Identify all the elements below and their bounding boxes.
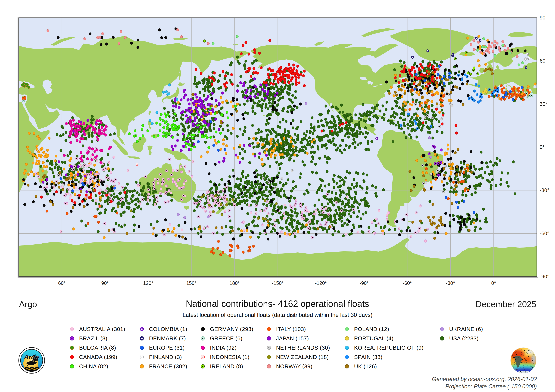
float-dot bbox=[136, 192, 139, 194]
float-dot bbox=[487, 165, 489, 168]
float-dot-center bbox=[426, 182, 426, 183]
float-dot-center bbox=[368, 231, 369, 232]
float-dot bbox=[434, 87, 437, 90]
float-dot bbox=[211, 192, 213, 194]
float-dot-center bbox=[185, 180, 186, 181]
float-dot bbox=[80, 169, 83, 172]
float-dot bbox=[147, 183, 150, 185]
float-dot bbox=[105, 125, 107, 127]
float-dot bbox=[61, 125, 63, 128]
float-dot bbox=[381, 116, 384, 119]
float-dot bbox=[339, 111, 341, 114]
float-dot-center bbox=[274, 220, 275, 221]
float-dot bbox=[279, 153, 281, 156]
float-dot bbox=[344, 135, 346, 137]
float-dot bbox=[186, 137, 189, 140]
float-dot bbox=[162, 119, 165, 122]
float-dot bbox=[366, 148, 369, 151]
svg-text:0°: 0° bbox=[540, 144, 545, 150]
float-dot bbox=[266, 204, 268, 207]
float-dot bbox=[204, 141, 207, 144]
float-dot bbox=[87, 125, 89, 128]
float-dot bbox=[254, 155, 256, 157]
float-dot bbox=[282, 133, 285, 136]
float-dot bbox=[92, 169, 95, 172]
float-dot bbox=[296, 212, 299, 215]
legend-item-col: COLOMBIA (1) bbox=[139, 325, 187, 333]
float-dot bbox=[425, 171, 428, 174]
float-dot bbox=[494, 54, 496, 57]
float-dot-center bbox=[219, 205, 219, 206]
float-dot bbox=[348, 171, 351, 174]
float-dot bbox=[215, 142, 218, 145]
float-dot bbox=[240, 75, 242, 78]
float-dot bbox=[246, 100, 248, 102]
float-dot bbox=[371, 140, 373, 143]
float-dot bbox=[423, 174, 425, 177]
float-dot bbox=[345, 144, 347, 147]
float-dot bbox=[291, 219, 293, 222]
float-dot bbox=[347, 136, 350, 138]
float-dot bbox=[275, 131, 277, 134]
float-dot bbox=[189, 116, 191, 119]
float-dot bbox=[322, 228, 324, 231]
float-dot bbox=[448, 76, 451, 78]
float-dot-center bbox=[305, 210, 306, 211]
float-dot bbox=[463, 160, 466, 163]
float-dot bbox=[439, 219, 442, 222]
float-dot-center bbox=[89, 165, 89, 166]
float-dot bbox=[142, 135, 144, 137]
float-dot bbox=[303, 132, 305, 135]
float-dot bbox=[303, 193, 306, 196]
float-dot bbox=[481, 167, 483, 170]
float-dot bbox=[150, 223, 152, 226]
float-dot bbox=[335, 221, 337, 224]
float-dot bbox=[118, 224, 120, 227]
float-dot bbox=[292, 119, 294, 122]
float-dot bbox=[407, 226, 409, 229]
float-dot bbox=[141, 128, 143, 131]
float-dot bbox=[507, 172, 509, 174]
float-dot bbox=[115, 222, 117, 225]
float-dot bbox=[438, 83, 441, 86]
float-dot bbox=[171, 100, 173, 102]
float-marker-icon bbox=[345, 364, 349, 369]
float-dot-center bbox=[395, 221, 396, 222]
float-dot bbox=[276, 140, 279, 143]
float-dot bbox=[499, 159, 501, 162]
float-dot bbox=[156, 220, 159, 223]
float-dot bbox=[210, 187, 213, 190]
float-dot bbox=[248, 161, 251, 164]
float-dot bbox=[102, 184, 104, 186]
float-dot bbox=[218, 183, 220, 186]
float-dot bbox=[89, 124, 92, 127]
float-dot bbox=[427, 71, 429, 73]
float-dot bbox=[132, 215, 135, 218]
float-dot bbox=[239, 128, 241, 131]
float-dot bbox=[261, 98, 263, 101]
float-dot bbox=[333, 214, 336, 217]
float-dot bbox=[72, 190, 74, 192]
float-dot bbox=[296, 215, 298, 218]
float-dot bbox=[271, 94, 274, 97]
float-dot bbox=[450, 91, 452, 94]
float-dot bbox=[427, 80, 429, 83]
float-dot bbox=[432, 216, 435, 219]
float-dot bbox=[431, 76, 434, 78]
float-dot bbox=[215, 188, 217, 191]
float-dot-center bbox=[358, 232, 358, 233]
legend-label: BRAZIL (8) bbox=[79, 335, 107, 342]
float-dot bbox=[410, 118, 412, 121]
float-dot bbox=[271, 108, 274, 111]
float-dot bbox=[288, 67, 291, 70]
float-dot bbox=[227, 116, 229, 119]
float-dot bbox=[367, 205, 370, 208]
float-dot bbox=[215, 227, 217, 229]
float-dot bbox=[24, 183, 26, 185]
float-dot bbox=[416, 118, 419, 121]
map-date: December 2025 bbox=[475, 299, 536, 309]
float-dot bbox=[294, 185, 297, 188]
float-dot bbox=[475, 168, 477, 171]
float-dot bbox=[485, 88, 487, 91]
float-dot bbox=[447, 144, 449, 147]
